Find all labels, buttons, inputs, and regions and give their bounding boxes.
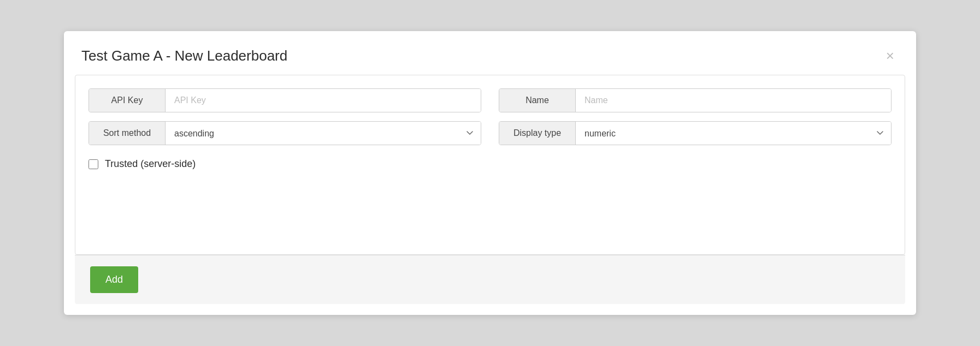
api-key-label: API Key [89,89,166,112]
sort-method-select[interactable]: ascending descending [166,122,481,145]
display-type-group: Display type numeric time [499,121,892,145]
display-type-select[interactable]: numeric time [576,122,891,145]
api-key-input[interactable] [166,89,481,112]
add-button[interactable]: Add [90,266,138,293]
name-input[interactable] [576,89,891,112]
trusted-checkbox[interactable] [88,159,98,169]
form-row-2: Sort method ascending descending Display… [88,121,892,145]
trusted-row: Trusted (server-side) [88,158,892,170]
name-label: Name [499,89,576,112]
modal-body: API Key Name Sort method ascending desce… [75,75,905,255]
api-key-group: API Key [88,88,481,112]
modal-container: Test Game A - New Leaderboard × API Key … [64,31,916,315]
modal-title: Test Game A - New Leaderboard [81,47,287,64]
sort-method-group: Sort method ascending descending [88,121,481,145]
trusted-label[interactable]: Trusted (server-side) [105,158,196,170]
close-button[interactable]: × [882,46,899,65]
modal-header: Test Game A - New Leaderboard × [64,31,916,75]
display-type-label: Display type [499,122,576,145]
name-group: Name [499,88,892,112]
sort-method-label: Sort method [89,122,166,145]
modal-backdrop: Test Game A - New Leaderboard × API Key … [0,0,980,346]
modal-footer: Add [75,255,905,304]
form-row-1: API Key Name [88,88,892,112]
